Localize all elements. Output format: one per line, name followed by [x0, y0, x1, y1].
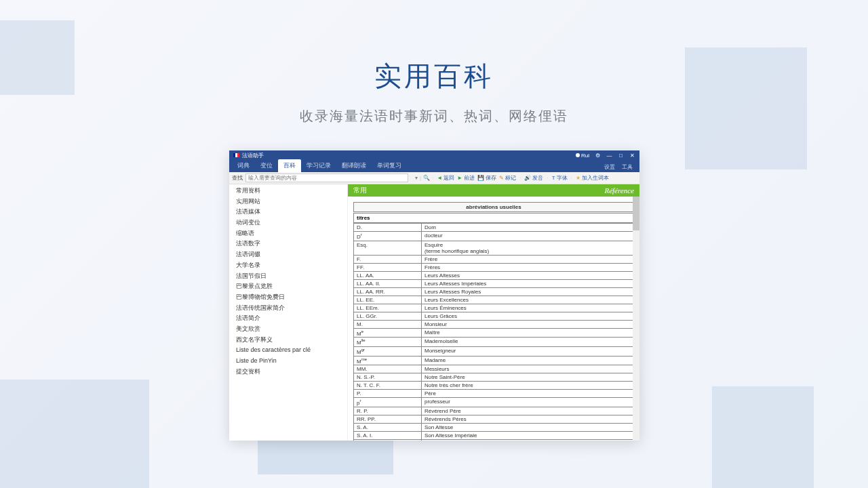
sidebar-item[interactable]: 法语传统国家简介	[229, 303, 347, 314]
bg-decoration	[712, 386, 814, 488]
abbr-cell: Mgr	[354, 346, 422, 356]
tab-学习记录[interactable]: 学习记录	[301, 159, 336, 172]
abbr-cell: RR. PP.	[354, 415, 422, 423]
sidebar-item[interactable]: 巴黎博物馆免费日	[229, 292, 347, 303]
content-area: 常用 Référence abréviations usuelles titre…	[348, 184, 639, 441]
sidebar-item[interactable]: 巴黎景点览胜	[229, 281, 347, 292]
menu-settings[interactable]: 设置	[604, 163, 615, 171]
content-header: 常用 Référence	[348, 184, 639, 197]
sidebar-item[interactable]: 法语简介	[229, 313, 347, 324]
scrollbar[interactable]	[633, 197, 639, 441]
table-row: LL. AA.Leurs Altesses	[354, 271, 634, 279]
sidebar-item[interactable]: 美文欣赏	[229, 324, 347, 335]
sidebar-item[interactable]: Liste des caractères par clé	[229, 345, 347, 356]
pronounce-button[interactable]: 🔊发音	[524, 174, 543, 182]
table-row: MgrMonseigneur	[354, 346, 634, 356]
sidebar-item[interactable]: 法语媒体	[229, 207, 347, 218]
abbr-cell: P.	[354, 390, 422, 398]
search-label: 查找	[229, 174, 245, 182]
table-row: MeMaître	[354, 328, 634, 338]
mark-button[interactable]: ✎标记	[499, 174, 516, 182]
scrollbar-thumb[interactable]	[633, 197, 639, 230]
full-cell: Leurs Éminences	[422, 304, 634, 312]
full-cell: Son Altesse	[422, 423, 634, 431]
sidebar: 常用资料实用网站法语媒体动词变位缩略语法语数字法语词缀大学名录法国节假日巴黎景点…	[229, 184, 348, 441]
maximize-button[interactable]: □	[618, 152, 624, 159]
sidebar-item[interactable]: 法语数字	[229, 239, 347, 249]
full-cell: Monsieur	[422, 320, 634, 328]
subsection-title: titres	[353, 213, 634, 223]
full-cell: Esquire(terme honorifique anglais)	[422, 241, 634, 255]
abbr-cell: Mme	[354, 356, 422, 365]
flag-icon	[233, 153, 239, 157]
table-row: N. T. C. F.Notre très cher frère	[354, 382, 634, 390]
content-body: abréviations usuelles titres D.DomDrdoct…	[348, 197, 639, 441]
table-row: MM.Messieurs	[354, 365, 634, 373]
section-title: abréviations usuelles	[353, 202, 634, 212]
table-row: M.Monsieur	[354, 320, 634, 328]
user-label[interactable]: Rui	[576, 152, 589, 159]
addword-button[interactable]: ★加入生词本	[576, 174, 609, 182]
table-row: prprofesseur	[354, 398, 634, 407]
table-row: S. A. I.Son Altesse Impériale	[354, 431, 634, 439]
user-icon	[576, 153, 580, 157]
toolbar: 查找 ▾ | 🔍 · ◄返回 ►前进 💾保存 ✎标记 · 🔊发音 · T字体 ·…	[229, 172, 639, 184]
sidebar-item[interactable]: 提交资料	[229, 367, 347, 378]
back-button[interactable]: ◄返回	[437, 174, 454, 182]
tab-单词复习[interactable]: 单词复习	[372, 159, 407, 172]
sidebar-item[interactable]: 实用网站	[229, 197, 347, 207]
sidebar-item[interactable]: 大学名录	[229, 260, 347, 271]
full-cell: Leurs Altesses Impériales	[422, 279, 634, 287]
table-row: MmeMadame	[354, 356, 634, 365]
tab-百科[interactable]: 百科	[278, 159, 301, 172]
abbr-cell: LL. AA. II.	[354, 279, 422, 287]
full-cell: Dom	[422, 224, 634, 232]
content-header-left: 常用	[353, 186, 367, 195]
full-cell: Notre très cher frère	[422, 382, 634, 390]
table-row: N. S.-P.Notre Saint-Père	[354, 373, 634, 382]
minimize-button[interactable]: —	[606, 152, 612, 159]
menu-tools[interactable]: 工具	[622, 163, 633, 171]
search-icon[interactable]: 🔍	[423, 175, 430, 181]
bg-decoration	[0, 380, 149, 488]
abbr-cell: pr	[354, 398, 422, 407]
abbr-cell: Dr	[354, 232, 422, 241]
settings-icon[interactable]: ⚙	[595, 152, 601, 159]
table-row: LL. EE.Leurs Excellences	[354, 296, 634, 304]
abbr-cell: N. S.-P.	[354, 373, 422, 382]
font-button[interactable]: T字体	[552, 174, 568, 182]
sidebar-item[interactable]: 西文名字释义	[229, 335, 347, 346]
full-cell: professeur	[422, 398, 634, 407]
abbreviation-table: D.DomDrdocteurEsq.Esquire(terme honorifi…	[353, 223, 634, 441]
sidebar-item[interactable]: 法语词缀	[229, 249, 347, 260]
full-cell: Son Altesse Impériale	[422, 431, 634, 439]
full-cell: Messieurs	[422, 365, 634, 373]
sidebar-item[interactable]: Liste de PinYin	[229, 356, 347, 367]
table-row: S. A.Son Altesse	[354, 423, 634, 431]
forward-button[interactable]: ►前进	[457, 174, 475, 182]
abbr-cell: N. T. C. F.	[354, 382, 422, 390]
table-row: LL. AA. RR.Leurs Altesses Royales	[354, 287, 634, 296]
full-cell: Frères	[422, 263, 634, 271]
sidebar-item[interactable]: 缩略语	[229, 228, 347, 239]
tab-变位[interactable]: 变位	[255, 159, 278, 172]
full-cell: Leurs Altesses	[422, 271, 634, 279]
table-row: RR. PP.Révérends Pères	[354, 415, 634, 423]
full-cell: Maître	[422, 328, 634, 338]
table-row: D.Dom	[354, 224, 634, 232]
bg-decoration	[0, 20, 75, 95]
full-cell: Révérend Père	[422, 407, 634, 415]
full-cell: Mademoiselle	[422, 338, 634, 347]
save-button[interactable]: 💾保存	[477, 174, 496, 182]
abbr-cell: S. A. R.	[354, 439, 422, 441]
tab-翻译朗读[interactable]: 翻译朗读	[336, 159, 372, 172]
full-cell: Leurs Excellences	[422, 296, 634, 304]
abbr-cell: LL. AA. RR.	[354, 287, 422, 296]
sidebar-item[interactable]: 动词变位	[229, 218, 347, 228]
full-cell: Monseigneur	[422, 346, 634, 356]
sidebar-item[interactable]: 常用资料	[229, 186, 347, 197]
sidebar-item[interactable]: 法国节假日	[229, 271, 347, 282]
search-input[interactable]	[245, 174, 408, 182]
tab-词典[interactable]: 词典	[232, 159, 255, 172]
close-button[interactable]: ✕	[629, 152, 635, 159]
